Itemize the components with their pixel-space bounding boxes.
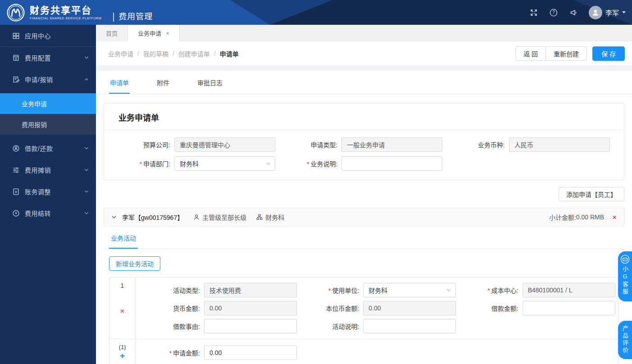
brand-title: 财务共享平台: [30, 5, 101, 15]
delete-activity-icon[interactable]: ×: [120, 307, 125, 315]
sidebar-item-label: 费用配置: [25, 53, 51, 62]
product-feedback-tab[interactable]: 产品评价: [618, 321, 632, 359]
user-menu[interactable]: 李军: [589, 6, 626, 19]
sidebar-submenu: 业务申请 费用报销: [0, 93, 96, 135]
empty-cell: [457, 319, 616, 333]
sidebar-item-expense-carryover[interactable]: ¥ 费用结转: [0, 202, 96, 224]
chevron-down-icon: [622, 11, 626, 14]
activity-fields: 活动类型: *使用单位:: [136, 278, 618, 339]
customer-service-tab[interactable]: 小G客服: [618, 251, 632, 301]
loan-reason-input[interactable]: [204, 319, 297, 333]
currency-amount-input: [204, 301, 297, 315]
activity-type-field: 活动类型:: [138, 283, 297, 297]
sidebar-item-label: 申请/报销: [25, 75, 53, 84]
use-unit-select[interactable]: [363, 283, 456, 297]
loan-amount-input[interactable]: [523, 301, 615, 315]
apply-dept-select[interactable]: [174, 156, 275, 171]
apply-amount-input[interactable]: [204, 346, 297, 360]
collapse-chevron-icon[interactable]: [111, 214, 117, 220]
help-icon[interactable]: ?: [549, 8, 558, 17]
sidebar-item-app-center[interactable]: 应用中心: [0, 25, 96, 46]
required-mark: *: [140, 160, 142, 168]
carryover-icon: ¥: [12, 209, 20, 217]
sub-row-controls: (1) + ×: [109, 339, 136, 364]
add-employee-button[interactable]: 添加申请【员工】: [559, 187, 624, 201]
breadcrumb-item[interactable]: 我的草稿: [143, 49, 168, 58]
activity-index: 1: [121, 282, 124, 289]
apply-dept-input[interactable]: [174, 156, 275, 171]
chevron-down-icon: [84, 189, 89, 194]
fullscreen-icon[interactable]: [529, 8, 538, 17]
apply-type-input: [341, 137, 442, 152]
sidebar-item-apply-reimburse[interactable]: 申请/报销: [0, 68, 96, 90]
field-label: 预算公司:: [113, 140, 174, 149]
delete-employee-icon[interactable]: ×: [612, 214, 617, 221]
field-label: *成本中心:: [457, 286, 523, 295]
svg-text:¥: ¥: [15, 211, 17, 215]
main-area: 首页 业务申请 × 业务申请 / 我的草稿 / 创建申请单 / 申请单 返 回 …: [96, 25, 632, 364]
breadcrumb-item[interactable]: 业务申请: [108, 49, 133, 58]
user-icon: [193, 214, 200, 220]
budget-company-input: [174, 137, 275, 152]
activity-desc-input[interactable]: [363, 319, 456, 333]
activity-row: 1 × 活动类型: *使用单位:: [109, 278, 618, 339]
tab-home[interactable]: 首页: [96, 25, 128, 41]
announcement-icon[interactable]: [569, 8, 578, 17]
employee-subtotal: 小计金额:0.00 RMB ×: [549, 213, 617, 222]
tab-attachments[interactable]: 附件: [156, 71, 170, 94]
field-label: 本位币金额:: [297, 304, 363, 313]
sidebar-item-label: 费用结转: [25, 209, 51, 218]
sidebar-item-expense-amortize[interactable]: 费用摊销: [0, 159, 96, 181]
sidebar-item-label: 费用摊销: [25, 165, 51, 174]
sidebar-item-label: 应用中心: [25, 31, 51, 40]
tab-label: 业务申请: [138, 29, 161, 37]
business-desc-field: *业务说明:: [280, 156, 447, 171]
field-label: *业务说明:: [280, 159, 341, 168]
tab-label: 首页: [106, 29, 118, 37]
breadcrumb-item[interactable]: 创建申请单: [178, 49, 210, 58]
sidebar-item-account-adjust[interactable]: ¥ 账务调整: [0, 181, 96, 202]
field-label: 申请类型:: [280, 140, 341, 149]
field-label: 活动类型:: [138, 286, 204, 295]
apply-form-card: 业务申请单 预算公司: 申请类型: 业务币种:: [104, 103, 624, 180]
sidebar-item-loan-repay[interactable]: 借款/还款: [0, 137, 96, 159]
tab-business-apply[interactable]: 业务申请 ×: [128, 25, 180, 41]
product-feedback-label: 产品评价: [622, 325, 628, 354]
tab-apply-form[interactable]: 申请单: [109, 71, 130, 94]
org-icon: [256, 214, 263, 220]
close-icon[interactable]: ×: [166, 30, 169, 37]
save-button[interactable]: 保 存: [592, 46, 625, 61]
field-label: *使用单位:: [297, 286, 363, 295]
loan-reason-field: 借款事由:: [138, 319, 297, 333]
add-activity-button[interactable]: 新增业务活动: [109, 256, 160, 271]
top-header: 财务共享平台 FINANCIAL SHARED SERVICE PLATFORM…: [0, 0, 632, 25]
form-title: 业务申请单: [104, 104, 624, 130]
amortize-icon: [12, 166, 20, 174]
cost-center-input: [523, 283, 615, 297]
sidebar-item-expense-config[interactable]: 费用配置: [0, 47, 96, 68]
breadcrumb-current: 申请单: [220, 49, 239, 58]
module-title-wrap: 费用管理: [113, 0, 153, 25]
chevron-down-icon: [84, 55, 89, 60]
apply-icon: [12, 76, 20, 83]
business-desc-input[interactable]: [341, 156, 442, 171]
tab-approval-log[interactable]: 审批日志: [196, 71, 223, 94]
breadcrumb: 业务申请 / 我的草稿 / 创建申请单 / 申请单: [108, 49, 239, 58]
currency-amount-field: 货币金额:: [138, 301, 297, 315]
add-row-icon[interactable]: +: [120, 351, 125, 360]
sidebar-item-label: 账务调整: [25, 187, 51, 196]
breadcrumb-separator: /: [173, 50, 174, 57]
user-avatar[interactable]: [589, 6, 602, 19]
breadcrumb-row: 业务申请 / 我的草稿 / 创建申请单 / 申请单 返 回 重新创建 保 存: [96, 41, 632, 65]
sidebar-item-business-apply[interactable]: 业务申请: [0, 93, 96, 114]
breadcrumb-separator: /: [214, 50, 216, 57]
use-unit-input[interactable]: [363, 283, 456, 297]
add-employee-row: 添加申请【员工】: [96, 180, 632, 208]
recreate-button[interactable]: 重新创建: [546, 46, 587, 61]
sidebar-item-expense-reimburse[interactable]: 费用报销: [0, 114, 96, 135]
tab-business-activity[interactable]: 业务活动: [109, 227, 138, 249]
brand-text: 财务共享平台 FINANCIAL SHARED SERVICE PLATFORM: [30, 5, 101, 20]
required-mark: *: [169, 350, 172, 357]
back-button[interactable]: 返 回: [515, 46, 546, 61]
loan-icon: [12, 145, 20, 152]
